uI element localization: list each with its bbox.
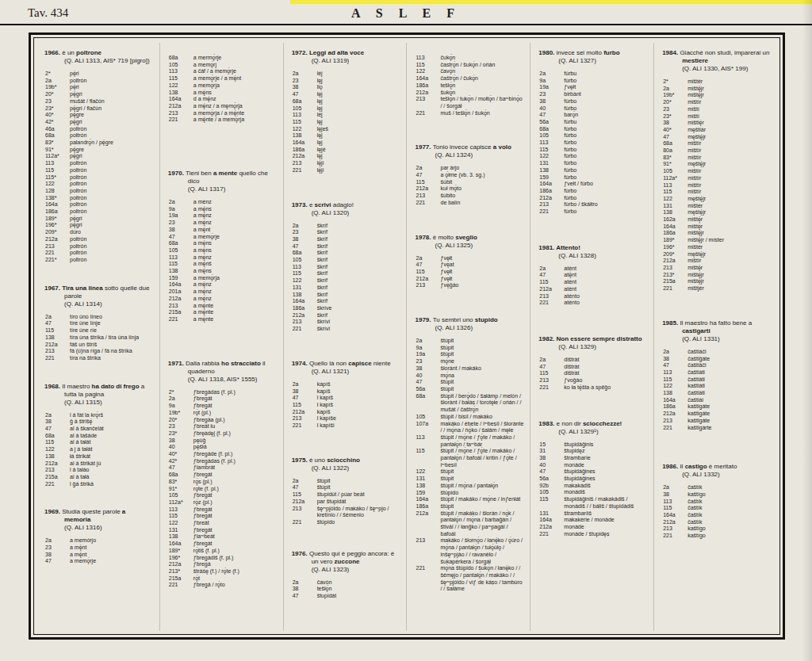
point-number: 113 (293, 112, 314, 119)
dialect-form: tešłǫ́n / tukǫ́n / mołtǫ́n / baᵐbinǫ́o /… (440, 96, 524, 109)
point-number: 38 (663, 120, 684, 127)
point-number: 2a (45, 537, 67, 544)
point-number: 213 (293, 506, 314, 519)
dialect-form: škríf (317, 298, 401, 305)
dialect-form: poltrón (70, 201, 154, 208)
point-number: 213 (539, 377, 561, 384)
entry-title-segment: furbo (603, 49, 619, 56)
point-number: 47 (539, 272, 561, 279)
dialect-form: ƒbregá (193, 561, 278, 568)
forms-list: 2aa memórjo23a mę́nt38a mę́nt47a memǫ́rj… (45, 537, 154, 565)
point-number: 221 (293, 326, 314, 333)
point-number: 23 (169, 220, 190, 227)
point-number: 186a (293, 305, 314, 312)
entry-1976: 1976. Questo qui è peggio anco­ra: è un … (292, 550, 401, 600)
dialect-form: škríf (317, 292, 401, 299)
point-number: 115 (169, 513, 190, 520)
point-number: 47 (293, 243, 314, 250)
point-number: 2a (169, 395, 190, 403)
dialect-form: rǫ́te (f. pl.) (193, 486, 278, 493)
point-number: 122 (293, 277, 314, 285)
entry-1977: 1977. Tonio invece capisce a vo­lo(Q. AL… (415, 143, 524, 206)
dialect-form: fùrbo (564, 160, 648, 167)
dialect-form: fùrbo (564, 174, 648, 181)
dialect-form: l kapíš (317, 402, 401, 409)
point-number: 2a (539, 357, 561, 364)
entry-questionnaire-ref: (Q. ALI 1328) (558, 252, 648, 260)
dialect-form: a mę́nt (193, 227, 278, 234)
entry-title-segment: Giacché non studi, impa­rerai un (680, 49, 769, 56)
point-number: 115 (416, 448, 437, 468)
point-number: 40 (539, 105, 561, 113)
point-number: 138* (45, 195, 67, 202)
point-number: 221 (663, 425, 684, 432)
point-number: 164a (293, 298, 314, 305)
entry-title: 1978. è molto sveglio (415, 234, 524, 242)
point-number: 186a (416, 503, 437, 510)
point-number: 213 (663, 265, 684, 272)
point-number: 212a (169, 561, 190, 568)
dialect-form: mištę́jr (688, 92, 772, 99)
entry-title-segment: sciocchino (327, 457, 360, 464)
point-number: 164a (169, 541, 190, 548)
dialect-form: rǫ́t (pl.) (193, 410, 278, 417)
forms-list: 2*ƒbregádas (f. pl.)2aƒbregát9aƒbregát19… (169, 389, 278, 589)
forms-list: 2al á fát la krǫ́rš38ǧ á štrišę́47al á š… (45, 412, 154, 488)
dialect-form: ƒvęat (440, 262, 524, 269)
dialect-form: lęj (317, 139, 401, 147)
entry-1966: 1966. è un poltrone(Q. ALI 1313, AIS* 71… (44, 49, 154, 264)
dialect-form: lęj (317, 119, 401, 126)
point-number: 122 (45, 446, 67, 453)
point-number: 122 (539, 153, 561, 160)
scan-yellow-strip (290, 0, 812, 4)
dialect-form: fùrbo (564, 139, 648, 147)
point-number: 15 (539, 441, 561, 449)
point-number: 40 (169, 444, 190, 451)
entry-1968: 1968. Il maestro ha dato di frego a tutt… (44, 383, 154, 488)
point-number: 20* (169, 417, 190, 424)
dialect-form: fùrbo (564, 105, 648, 113)
point-number: 38 (293, 236, 314, 243)
dialect-form: l kapíše (317, 415, 401, 422)
entry-title-segment: castigo (685, 463, 707, 470)
dialect-form: a mę́nš (193, 261, 278, 268)
dialect-form: atènt (564, 286, 648, 293)
dialect-form: pęšłá (193, 444, 278, 451)
entry-questionnaire-ref: (Q. ALI 1332) (682, 471, 772, 479)
entry-questionnaire-ref: (Q. ALI 1314) (64, 300, 154, 308)
dialect-form: mištę́jr (688, 272, 772, 279)
columns: 1966. è un poltrone(Q. ALI 1313, AIS* 71… (36, 43, 777, 631)
point-number: 212a (663, 519, 684, 526)
point-number: 19b* (169, 410, 190, 417)
entry-questionnaire-ref: (Q. ALI 1322) (312, 464, 401, 472)
dialect-form: pę́gri (70, 216, 154, 223)
dialect-form: ƒbreát łu (193, 423, 278, 430)
dialect-form: štupidút / púar beát (317, 491, 401, 499)
dialect-form: čaštiáti (688, 369, 772, 376)
dialect-form: štúpit (440, 338, 524, 345)
forms-list: 2ačaštík38kaštígo113čaštík115čaštík164ač… (663, 484, 772, 540)
dialect-form: kaštígo (688, 533, 772, 540)
point-number: 115 (45, 167, 67, 174)
dialect-form: poltrón (70, 257, 154, 264)
entry-number: 1967. (44, 285, 62, 292)
dialect-form: ƒbregát (193, 527, 278, 534)
dialect-form: čaštík (688, 505, 772, 512)
point-number: 113 (169, 506, 190, 514)
dialect-form: l á tałáo (70, 467, 154, 474)
dialect-form: čaštrǫ́n / čukǫ́n (440, 75, 524, 82)
point-number: 2a (539, 266, 561, 273)
point-number: 212a (293, 409, 314, 416)
dialect-form: škríf (317, 250, 401, 257)
forms-list: 2aƒvęłt47ƒvęat115ƒvęłt212aƒvęłt213ƒvęǧáo (416, 255, 524, 290)
point-number: 115 (663, 505, 684, 512)
dialect-form: kaštígo (688, 525, 772, 533)
entry-number: 1977. (415, 143, 432, 151)
point-number: 115* (45, 174, 67, 181)
point-number: 212a (45, 342, 67, 349)
dialect-form: léj (317, 112, 401, 119)
entry-title: 1970. Tieni ben a mente quello che dico (168, 170, 278, 185)
point-number: 105 (293, 257, 314, 264)
dialect-form: léj (317, 71, 401, 78)
dialect-form: štúpido (440, 490, 524, 497)
